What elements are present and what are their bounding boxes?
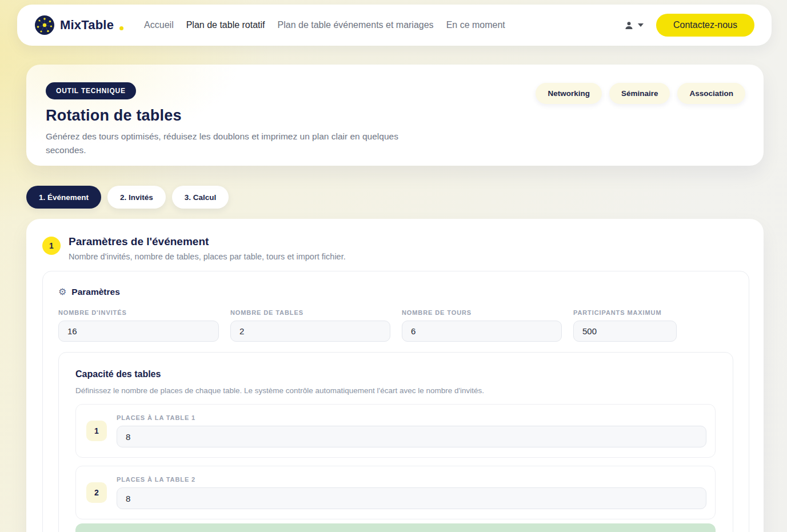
table-capacity-panel: Capacité des tables Définissez le nombre… [58, 352, 733, 532]
event-parameters-card: 1 Paramètres de l'événement Nombre d'inv… [26, 219, 764, 532]
table-seats-label: Places à la table 2 [117, 476, 706, 483]
step-tabs: 1. Événement 2. Invités 3. Calcul [26, 186, 787, 209]
brand[interactable]: MixTable [34, 15, 123, 35]
section-subtitle: Nombre d'invités, nombre de tables, plac… [69, 252, 346, 261]
tab-calcul[interactable]: 3. Calcul [172, 186, 229, 209]
nav-item-en-ce-moment[interactable]: En ce moment [446, 20, 505, 30]
field-label: Nombre d'invités [58, 309, 219, 316]
tab-evenement[interactable]: 1. Événement [26, 186, 101, 209]
field-participants-max: Participants maximum [573, 309, 677, 342]
account-menu[interactable] [624, 21, 644, 30]
parameters-panel-header: ⚙ Paramètres [58, 287, 733, 297]
hero-content: OUTIL TECHNIQUE Rotation de tables Génér… [46, 82, 407, 166]
table-row: 2 Places à la table 2 [75, 466, 716, 519]
field-label: Nombre de tours [402, 309, 562, 316]
rounds-count-input[interactable] [402, 321, 562, 342]
success-banner [75, 523, 716, 532]
hero-card: OUTIL TECHNIQUE Rotation de tables Génér… [26, 65, 764, 166]
field-label: Nombre de tables [230, 309, 390, 316]
page-title: Rotation de tables [46, 107, 407, 125]
tag-association: Association [677, 83, 745, 104]
step-number-badge: 1 [42, 237, 61, 255]
table-row: 1 Places à la table 1 [75, 404, 716, 458]
nav-item-accueil[interactable]: Accueil [144, 20, 174, 30]
gear-icon: ⚙ [58, 287, 66, 297]
section-header-text: Paramètres de l'événement Nombre d'invit… [69, 235, 346, 261]
parameters-panel: ⚙ Paramètres Nombre d'invités Nombre de … [42, 271, 749, 532]
table-number-badge: 2 [86, 482, 107, 503]
section-title: Paramètres de l'événement [69, 235, 346, 248]
header: MixTable Accueil Plan de table rotatif P… [17, 5, 772, 46]
tab-invites[interactable]: 2. Invités [107, 186, 166, 209]
field-label: Participants maximum [573, 309, 677, 316]
field-nombre-invites: Nombre d'invités [58, 309, 219, 342]
guests-count-input[interactable] [58, 321, 219, 342]
capacity-title: Capacité des tables [75, 369, 716, 379]
header-right: Contactez-nous [624, 14, 754, 37]
brand-dot-icon [119, 26, 123, 30]
main-nav: Accueil Plan de table rotatif Plan de ta… [144, 20, 505, 30]
chevron-down-icon [638, 23, 644, 27]
tables-count-input[interactable] [230, 321, 390, 342]
field-nombre-tables: Nombre de tables [230, 309, 390, 342]
tool-badge: OUTIL TECHNIQUE [46, 82, 136, 99]
table-1-seats-input[interactable] [117, 426, 706, 447]
contact-button[interactable]: Contactez-nous [656, 14, 754, 37]
nav-item-plan-rotatif[interactable]: Plan de table rotatif [186, 20, 265, 30]
parameters-fields: Nombre d'invités Nombre de tables Nombre… [58, 309, 733, 342]
table-row-main: Places à la table 2 [117, 476, 706, 509]
tag-networking: Networking [536, 83, 602, 104]
user-icon [624, 21, 634, 30]
table-2-seats-input[interactable] [117, 487, 706, 509]
table-seats-label: Places à la table 1 [117, 414, 706, 421]
hero-tags: Networking Séminaire Association [536, 82, 745, 166]
nav-item-plan-evenements[interactable]: Plan de table événements et mariages [278, 20, 434, 30]
tag-seminaire: Séminaire [609, 83, 670, 104]
brand-name: MixTable [60, 18, 114, 33]
capacity-description: Définissez le nombre de places de chaque… [75, 386, 716, 395]
section-header: 1 Paramètres de l'événement Nombre d'inv… [42, 235, 749, 261]
page-description: Générez des tours optimisés, réduisez le… [46, 130, 407, 157]
table-row-main: Places à la table 1 [117, 414, 706, 447]
mixtable-logo-icon [34, 15, 55, 35]
max-participants-input[interactable] [573, 321, 677, 342]
table-number-badge: 1 [86, 421, 107, 441]
parameters-panel-title: Paramètres [71, 287, 119, 297]
page: MixTable Accueil Plan de table rotatif P… [0, 0, 787, 532]
field-nombre-tours: Nombre de tours [402, 309, 562, 342]
